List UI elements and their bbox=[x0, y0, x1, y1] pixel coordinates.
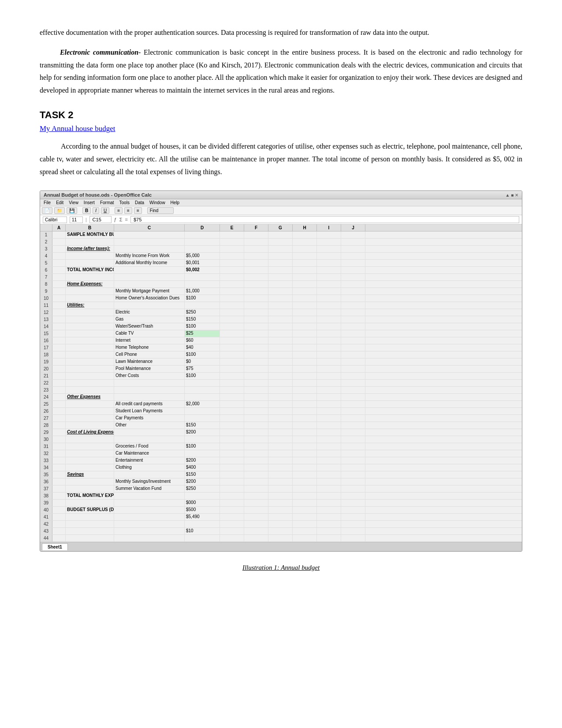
cell-c[interactable] bbox=[114, 394, 185, 400]
cell-i[interactable] bbox=[317, 471, 341, 478]
cell-e[interactable] bbox=[220, 485, 244, 492]
cell-g[interactable] bbox=[268, 507, 293, 513]
cell-e[interactable] bbox=[220, 507, 244, 513]
cell-a[interactable] bbox=[52, 330, 66, 337]
cell-b[interactable]: TOTAL MONTHLY INCOME: bbox=[66, 267, 114, 273]
cell-g[interactable] bbox=[268, 394, 293, 400]
cell-j[interactable] bbox=[341, 528, 365, 534]
cell-a[interactable] bbox=[52, 351, 66, 358]
cell-f[interactable] bbox=[244, 253, 268, 259]
cell-b[interactable] bbox=[66, 457, 114, 464]
cell-h[interactable] bbox=[293, 408, 317, 414]
table-row[interactable]: 44 bbox=[40, 535, 522, 542]
cell-j[interactable] bbox=[341, 485, 365, 492]
table-row[interactable]: 39$000 bbox=[40, 500, 522, 507]
menu-view[interactable]: View bbox=[69, 200, 78, 205]
save-btn[interactable]: 💾 bbox=[67, 207, 77, 214]
cell-h[interactable] bbox=[293, 239, 317, 245]
cell-a[interactable] bbox=[52, 295, 66, 302]
cell-i[interactable] bbox=[317, 443, 341, 450]
cell-h[interactable] bbox=[293, 337, 317, 344]
col-header-c[interactable]: C bbox=[114, 224, 185, 231]
cell-d[interactable]: $200 bbox=[185, 457, 220, 464]
cell-f[interactable] bbox=[244, 239, 268, 245]
cell-f[interactable] bbox=[244, 380, 268, 386]
cell-j[interactable] bbox=[341, 443, 365, 450]
cell-d[interactable] bbox=[185, 436, 220, 443]
cell-g[interactable] bbox=[268, 267, 293, 273]
bold-btn[interactable]: B bbox=[82, 207, 91, 214]
cell-b[interactable] bbox=[66, 295, 114, 302]
cell-h[interactable] bbox=[293, 521, 317, 527]
cell-j[interactable] bbox=[341, 231, 365, 238]
cell-a[interactable] bbox=[52, 436, 66, 443]
cell-b[interactable]: Cost of Living Expenses: bbox=[66, 429, 114, 436]
cell-h[interactable] bbox=[293, 507, 317, 513]
cell-a[interactable] bbox=[52, 401, 66, 407]
cell-e[interactable] bbox=[220, 358, 244, 365]
table-row[interactable]: 12Electric$250 bbox=[40, 309, 522, 316]
cell-c[interactable]: Gas bbox=[114, 316, 185, 323]
open-btn[interactable]: 📁 bbox=[54, 207, 65, 214]
cell-h[interactable] bbox=[293, 330, 317, 337]
cell-d[interactable]: $0 bbox=[185, 358, 220, 365]
cell-b[interactable] bbox=[66, 337, 114, 344]
cell-a[interactable] bbox=[52, 485, 66, 492]
cell-a[interactable] bbox=[52, 231, 66, 238]
cell-a[interactable] bbox=[52, 288, 66, 295]
cell-f[interactable] bbox=[244, 309, 268, 316]
cell-i[interactable] bbox=[317, 260, 341, 266]
cell-g[interactable] bbox=[268, 500, 293, 506]
table-row[interactable]: 32Car Maintenance bbox=[40, 450, 522, 457]
cell-h[interactable] bbox=[293, 493, 317, 499]
cell-c[interactable]: Cable TV bbox=[114, 330, 185, 337]
cell-f[interactable] bbox=[244, 443, 268, 450]
cell-e[interactable] bbox=[220, 500, 244, 506]
align-center[interactable]: ≡ bbox=[124, 207, 132, 214]
cell-g[interactable] bbox=[268, 478, 293, 485]
cell-i[interactable] bbox=[317, 288, 341, 295]
cell-c[interactable]: Entertainment bbox=[114, 457, 185, 464]
cell-c[interactable] bbox=[114, 535, 185, 541]
col-header-j[interactable]: J bbox=[341, 224, 365, 231]
cell-d[interactable]: $5,490 bbox=[185, 514, 220, 520]
cell-g[interactable] bbox=[268, 464, 293, 471]
cell-i[interactable] bbox=[317, 316, 341, 323]
cell-c[interactable]: Other Costs bbox=[114, 373, 185, 379]
cell-c[interactable] bbox=[114, 246, 185, 252]
table-row[interactable]: 33Entertainment$200 bbox=[40, 457, 522, 464]
cell-j[interactable] bbox=[341, 521, 365, 527]
cell-a[interactable] bbox=[52, 521, 66, 527]
table-row[interactable]: 8Home Expenses: bbox=[40, 281, 522, 288]
menu-edit[interactable]: Edit bbox=[56, 200, 63, 205]
cell-d[interactable]: $200 bbox=[185, 478, 220, 485]
cell-j[interactable] bbox=[341, 507, 365, 513]
cell-g[interactable] bbox=[268, 457, 293, 464]
cell-e[interactable] bbox=[220, 394, 244, 400]
cell-d[interactable] bbox=[185, 387, 220, 393]
cell-g[interactable] bbox=[268, 493, 293, 499]
cell-f[interactable] bbox=[244, 514, 268, 520]
table-row[interactable]: 41$5,490 bbox=[40, 514, 522, 521]
cell-b[interactable] bbox=[66, 288, 114, 295]
cell-j[interactable] bbox=[341, 436, 365, 443]
cell-i[interactable] bbox=[317, 394, 341, 400]
cell-d[interactable] bbox=[185, 281, 220, 287]
cell-b[interactable] bbox=[66, 401, 114, 407]
cell-g[interactable] bbox=[268, 246, 293, 252]
cell-i[interactable] bbox=[317, 401, 341, 407]
cell-c[interactable] bbox=[114, 500, 185, 506]
cell-i[interactable] bbox=[317, 422, 341, 429]
cell-g[interactable] bbox=[268, 443, 293, 450]
col-header-h[interactable]: H bbox=[293, 224, 317, 231]
table-row[interactable]: 37Summer Vacation Fund$250 bbox=[40, 485, 522, 493]
cell-h[interactable] bbox=[293, 260, 317, 266]
cell-i[interactable] bbox=[317, 493, 341, 499]
cell-i[interactable] bbox=[317, 337, 341, 344]
cell-h[interactable] bbox=[293, 450, 317, 457]
cell-j[interactable] bbox=[341, 422, 365, 429]
cell-i[interactable] bbox=[317, 478, 341, 485]
cell-d[interactable]: $100 bbox=[185, 295, 220, 302]
cell-e[interactable] bbox=[220, 246, 244, 252]
cell-h[interactable] bbox=[293, 380, 317, 386]
